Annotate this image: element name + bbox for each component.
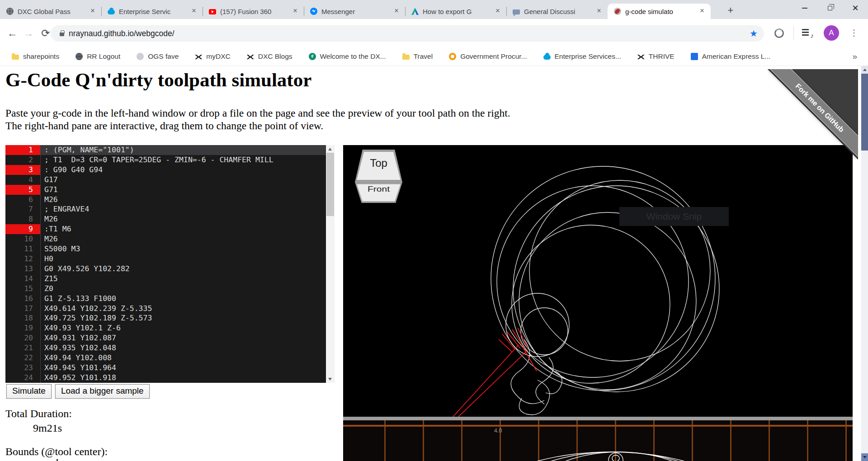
code-line[interactable]: 8 M26 — [5, 214, 326, 224]
page-scrollbar-thumb[interactable] — [861, 74, 868, 151]
bookmark-item[interactable]: DXC Blogs — [247, 52, 292, 61]
tab-close-icon[interactable]: × — [494, 7, 502, 15]
line-number: 15 — [5, 284, 41, 294]
code-line[interactable]: 7 ; ENGRAVE4 — [5, 204, 326, 214]
extension-ring-icon[interactable] — [774, 28, 784, 38]
bookmark-label: Travel — [414, 52, 433, 61]
code-text: :T1 M6 — [41, 224, 326, 234]
bookmark-item[interactable]: sharepoints — [12, 52, 59, 61]
tab-close-icon[interactable]: × — [190, 7, 198, 15]
code-line[interactable]: 9 :T1 M6 — [5, 224, 326, 234]
globe-icon — [75, 53, 83, 60]
globe-favicon — [6, 8, 14, 15]
bookmark-label: RR Logout — [87, 52, 120, 61]
code-line[interactable]: 20 X49.931 Y102.087 — [5, 333, 326, 343]
restore-button[interactable] — [817, 0, 843, 16]
extension-playlist-icon[interactable]: ♪ — [802, 28, 813, 38]
code-text: G0 X49.526 Y102.282 — [41, 264, 326, 274]
simulate-button[interactable]: Simulate — [6, 384, 52, 399]
bookmark-item[interactable]: Travel — [402, 52, 433, 61]
code-line[interactable]: 23 X49.945 Y101.964 — [5, 363, 326, 373]
code-line[interactable]: 22 X49.94 Y102.008 — [5, 353, 326, 363]
tab-close-icon[interactable]: × — [392, 7, 401, 15]
page-scroll-down-icon[interactable] — [861, 453, 868, 461]
bookmark-item[interactable]: myDXC — [195, 52, 230, 61]
page-content: G-Code Q'n'dirty toolpath simulator Past… — [0, 66, 868, 461]
code-line[interactable]: 16 G1 Z-5.133 F1000 — [5, 294, 326, 304]
code-line[interactable]: 14 Z15 — [5, 274, 326, 284]
code-line[interactable]: 21 X49.935 Y102.048 — [5, 343, 326, 353]
dxc-logo-icon — [247, 55, 254, 59]
address-bar[interactable]: nraynaud.github.io/webgcode/ ★ — [51, 25, 764, 42]
back-button[interactable]: ← — [4, 25, 20, 41]
machine-simulation-view[interactable]: 4.0 — [343, 420, 853, 461]
scroll-up-icon[interactable] — [326, 145, 335, 153]
tab-title: General Discussi — [524, 8, 595, 15]
bookmark-item[interactable]: Enterprise Services... — [543, 52, 621, 61]
tab-close-icon[interactable]: × — [89, 7, 97, 15]
bookmark-item[interactable]: Welcome to the DX... — [309, 52, 386, 61]
bookmarks-overflow-chevron[interactable]: » — [852, 52, 857, 61]
new-tab-button[interactable]: + — [723, 4, 738, 18]
minimize-button[interactable] — [792, 0, 817, 16]
load-sample-button[interactable]: Load a bigger sample — [55, 384, 150, 399]
browser-menu-icon[interactable]: ⋮ — [847, 25, 861, 41]
browser-tab[interactable]: How to export G × — [405, 4, 506, 19]
close-button[interactable]: ✕ — [843, 0, 868, 16]
profile-avatar[interactable]: A — [824, 25, 839, 41]
code-line[interactable]: 1 : (PGM, NAME="1001") — [5, 145, 326, 155]
editor-scrollbar[interactable] — [326, 145, 335, 383]
code-text: : (PGM, NAME="1001") — [41, 145, 326, 155]
browser-tab[interactable]: General Discussi × — [506, 4, 608, 19]
code-line[interactable]: 19 X49.93 Y102.1 Z-6 — [5, 323, 326, 333]
page-scroll-up-icon[interactable] — [861, 66, 868, 74]
line-number: 14 — [5, 274, 41, 284]
line-number: 2 — [5, 155, 41, 165]
restore-icon — [828, 6, 832, 10]
editor-scrollbar-thumb[interactable] — [326, 153, 334, 216]
bookmark-item[interactable]: OGS fave — [137, 52, 179, 61]
tab-close-icon[interactable]: × — [291, 7, 299, 15]
code-line[interactable]: 24 X49.952 Y101.918 — [5, 373, 326, 383]
bookmark-item[interactable]: THRIVE — [637, 52, 675, 61]
code-line[interactable]: 15 Z0 — [5, 284, 326, 294]
code-line[interactable]: 10 M26 — [5, 234, 326, 244]
code-line[interactable]: 12 H0 — [5, 254, 326, 264]
tab-title: g-code simulato — [625, 8, 698, 15]
browser-tab[interactable]: Messenger × — [304, 4, 405, 19]
code-line[interactable]: 18 X49.725 Y102.189 Z-5.573 — [5, 313, 326, 323]
bookmark-item[interactable]: American Express L... — [691, 52, 771, 61]
code-line[interactable]: 13 G0 X49.526 Y102.282 — [5, 264, 326, 274]
fork-me-ribbon[interactable]: Fork me on GitHub — [768, 69, 858, 160]
toolpath-3d-view[interactable]: Top Front Window Snip — [343, 145, 853, 417]
forward-button[interactable]: → — [20, 25, 37, 41]
bookmark-star-icon[interactable]: ★ — [750, 28, 758, 39]
tab-close-icon[interactable]: × — [595, 7, 603, 15]
code-line[interactable]: 4 G17 — [5, 175, 326, 185]
code-text: H0 — [41, 254, 326, 264]
page-title: G-Code Q'n'dirty toolpath simulator — [5, 69, 311, 91]
scroll-down-icon[interactable] — [326, 375, 335, 383]
code-line[interactable]: 3 : G90 G40 G94 — [5, 165, 326, 175]
tab-close-icon[interactable]: × — [698, 7, 706, 15]
code-text: Z15 — [41, 274, 326, 284]
bookmark-item[interactable]: Government Procur... — [449, 52, 527, 61]
window-snip-overlay: Window Snip — [619, 207, 729, 226]
code-line[interactable]: 17 X49.614 Y102.239 Z-5.335 — [5, 304, 326, 314]
browser-tab[interactable]: (157) Fusion 360 × — [203, 4, 304, 19]
code-line[interactable]: 11 S5000 M3 — [5, 244, 326, 254]
gcode-editor[interactable]: 1 : (PGM, NAME="1001") 2 ; T1 D=3 CR=0 T… — [5, 145, 335, 383]
bookmark-item[interactable]: RR Logout — [75, 52, 120, 61]
code-text: Z0 — [41, 284, 326, 294]
view-cube[interactable]: Top Front — [355, 150, 402, 203]
browser-tab[interactable]: g-code simulato × — [608, 4, 711, 19]
folder-icon — [402, 55, 410, 60]
code-line[interactable]: 6 M26 — [5, 195, 326, 205]
code-line[interactable]: 5 G71 — [5, 185, 326, 195]
page-scrollbar[interactable] — [861, 66, 868, 461]
generic-site-icon — [137, 53, 144, 60]
browser-tab[interactable]: Enterprise Servic × — [101, 4, 203, 19]
code-line[interactable]: 2 ; T1 D=3 CR=0 TAPER=25DEG - ZMIN=-6 - … — [5, 155, 326, 165]
line-number: 3 — [5, 165, 41, 175]
browser-tab[interactable]: DXC Global Pass × — [0, 4, 101, 19]
